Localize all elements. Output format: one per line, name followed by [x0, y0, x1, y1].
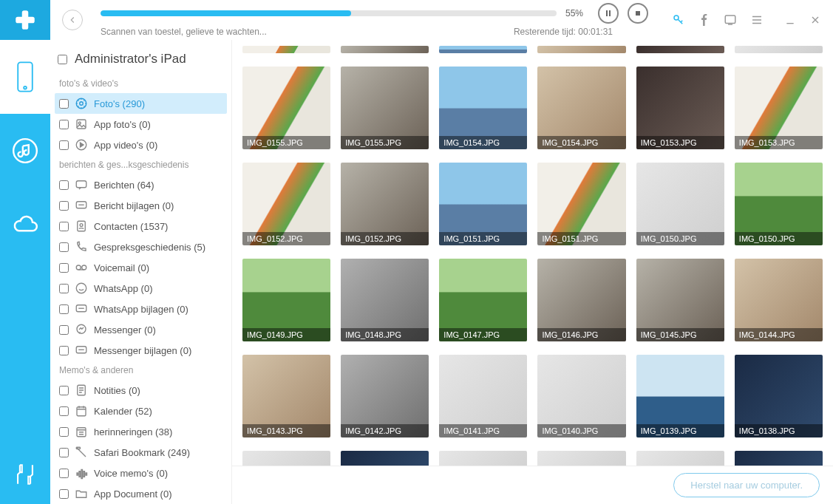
- close-button[interactable]: [809, 14, 821, 26]
- item-checkbox[interactable]: [59, 469, 69, 478]
- restore-button[interactable]: Herstel naar uw computer.: [673, 473, 820, 497]
- item-checkbox[interactable]: [59, 222, 69, 231]
- sidebar-item-label: Berichten (64): [94, 180, 154, 191]
- back-button[interactable]: [62, 10, 83, 30]
- svg-point-3: [24, 86, 27, 89]
- photo-tile[interactable]: IMG_0154.JPG: [439, 67, 527, 149]
- rail-cloud[interactable]: [0, 188, 50, 262]
- item-checkbox[interactable]: [59, 201, 69, 211]
- photo-tile-partial[interactable]: [341, 46, 429, 53]
- sidebar-item-notes[interactable]: Notities (0): [55, 380, 227, 401]
- photo-tile-partial[interactable]: [636, 451, 724, 466]
- photo-tile[interactable]: IMG_0147.JPG: [439, 259, 527, 341]
- photo-tile[interactable]: IMG_0143.JPG: [242, 355, 330, 437]
- photo-tile[interactable]: IMG_0142.JPG: [341, 355, 429, 437]
- photo-tile-partial[interactable]: [341, 451, 429, 466]
- photo-tile[interactable]: IMG_0141.JPG: [439, 355, 527, 437]
- scan-remaining-text: Resterende tijd: 00:01:31: [514, 27, 613, 37]
- feedback-icon[interactable]: [724, 13, 737, 27]
- svg-rect-7: [636, 11, 640, 16]
- photo-tile[interactable]: IMG_0138.JPG: [735, 355, 823, 437]
- rail-tools[interactable]: [0, 445, 50, 504]
- sidebar-item-calendar[interactable]: Kalender (52): [55, 401, 227, 421]
- progress-fill: [101, 10, 351, 16]
- photo-tile[interactable]: IMG_0154.JPG: [537, 67, 625, 149]
- sidebar-item-call-history[interactable]: Gespreksgeschiedenis (5): [55, 236, 227, 257]
- item-checkbox[interactable]: [59, 304, 69, 314]
- item-checkbox[interactable]: [59, 427, 69, 437]
- sidebar-item-photos[interactable]: Foto's (290): [55, 93, 227, 114]
- item-checkbox[interactable]: [59, 263, 69, 273]
- photo-tile[interactable]: IMG_0155.JPG: [341, 67, 429, 149]
- photo-tile[interactable]: IMG_0151.JPG: [537, 163, 625, 245]
- photo-tile[interactable]: IMG_0139.JPG: [636, 355, 724, 437]
- item-checkbox[interactable]: [59, 325, 69, 335]
- minimize-button[interactable]: [784, 14, 796, 26]
- sidebar-item-label: Safari Bookmark (249): [94, 447, 190, 458]
- item-checkbox[interactable]: [59, 120, 69, 129]
- sidebar-item-messenger[interactable]: Messenger (0): [55, 319, 227, 340]
- photo-tile[interactable]: IMG_0146.JPG: [537, 259, 625, 341]
- item-checkbox[interactable]: [59, 242, 69, 252]
- item-checkbox[interactable]: [59, 448, 69, 457]
- rail-device[interactable]: [0, 40, 50, 114]
- item-checkbox[interactable]: [59, 180, 69, 190]
- item-checkbox[interactable]: [59, 140, 69, 150]
- photo-tile-partial[interactable]: [439, 451, 527, 466]
- photo-tile-partial[interactable]: [735, 46, 823, 53]
- sidebar-item-whatsapp[interactable]: WhatsApp (0): [55, 278, 227, 299]
- photo-tile[interactable]: IMG_0153.JPG: [636, 67, 724, 149]
- item-checkbox[interactable]: [59, 284, 69, 293]
- item-checkbox[interactable]: [59, 99, 69, 109]
- photo-tile-partial[interactable]: [537, 451, 625, 466]
- menu-icon[interactable]: [750, 13, 764, 27]
- sidebar-item-voicemail[interactable]: Voicemail (0): [55, 257, 227, 278]
- photo-tile[interactable]: IMG_0151.JPG: [439, 163, 527, 245]
- sidebar-item-app-doc[interactable]: App Document (0): [55, 483, 227, 504]
- item-checkbox[interactable]: [59, 346, 69, 355]
- sidebar-item-app-videos[interactable]: App video's (0): [55, 134, 227, 155]
- sidebar-item-msg-attach[interactable]: Bericht bijlagen (0): [55, 195, 227, 216]
- sidebar-item-label: Messenger (0): [94, 324, 156, 336]
- progress-percent: 55%: [565, 8, 589, 18]
- photo-tile-partial[interactable]: [537, 46, 625, 53]
- photo-tile[interactable]: IMG_0144.JPG: [735, 259, 823, 341]
- sidebar-item-messenger-attach[interactable]: Messenger bijlagen (0): [55, 340, 227, 361]
- photo-tile-partial[interactable]: [242, 451, 330, 466]
- key-icon[interactable]: [672, 13, 685, 27]
- svg-rect-15: [76, 181, 86, 188]
- sidebar-item-messages[interactable]: Berichten (64): [55, 174, 227, 195]
- photo-tile[interactable]: IMG_0140.JPG: [537, 355, 625, 437]
- photo-tile-partial[interactable]: [242, 46, 330, 53]
- scan-status-text: Scannen van toestel, gelieve te wachten.…: [101, 27, 267, 37]
- sidebar-item-app-photos[interactable]: App foto's (0): [55, 114, 227, 134]
- sidebar-item-whatsapp-attach[interactable]: WhatsApp bijlagen (0): [55, 299, 227, 319]
- facebook-icon[interactable]: [698, 14, 710, 26]
- photo-filename: IMG_0150.JPG: [636, 232, 724, 245]
- photo-tile[interactable]: IMG_0148.JPG: [341, 259, 429, 341]
- sidebar-item-voice-memos[interactable]: Voice memo's (0): [55, 463, 227, 483]
- sidebar-item-reminders[interactable]: herinneringen (38): [55, 421, 227, 442]
- svg-rect-5: [606, 10, 608, 16]
- photo-tile[interactable]: IMG_0149.JPG: [242, 259, 330, 341]
- device-checkbox[interactable]: [58, 55, 67, 64]
- sidebar-item-safari-bm[interactable]: Safari Bookmark (249): [55, 442, 227, 463]
- photo-tile[interactable]: IMG_0145.JPG: [636, 259, 724, 341]
- pause-button[interactable]: [598, 3, 619, 24]
- photo-tile[interactable]: IMG_0155.JPG: [242, 67, 330, 149]
- photo-tile[interactable]: IMG_0153.JPG: [735, 67, 823, 149]
- photo-tile[interactable]: IMG_0150.JPG: [636, 163, 724, 245]
- stop-button[interactable]: [628, 3, 648, 24]
- item-checkbox[interactable]: [59, 386, 69, 395]
- photo-tile-partial[interactable]: [735, 451, 823, 466]
- photo-tile[interactable]: IMG_0152.JPG: [242, 163, 330, 245]
- device-row[interactable]: Administrator's iPad: [55, 47, 227, 74]
- item-checkbox[interactable]: [59, 489, 69, 499]
- item-checkbox[interactable]: [59, 406, 69, 416]
- rail-music[interactable]: [0, 114, 50, 188]
- photo-tile-partial[interactable]: [439, 46, 527, 53]
- photo-tile[interactable]: IMG_0150.JPG: [735, 163, 823, 245]
- sidebar-item-contacts[interactable]: Contacten (1537): [55, 216, 227, 236]
- photo-tile-partial[interactable]: [636, 46, 724, 53]
- photo-tile[interactable]: IMG_0152.JPG: [341, 163, 429, 245]
